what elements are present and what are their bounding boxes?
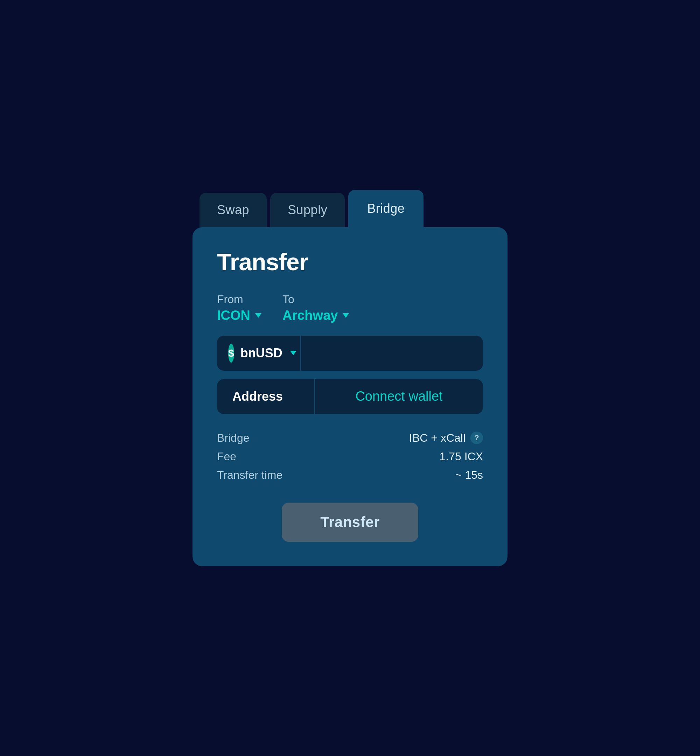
fee-value: 1.75 ICX [439, 450, 483, 463]
transfer-time-label: Transfer time [217, 469, 283, 482]
token-chevron-icon [290, 351, 297, 355]
amount-input[interactable] [301, 336, 483, 371]
bridge-value-text: IBC + xCall [409, 431, 466, 445]
transfer-time-row: Transfer time ~ 15s [217, 469, 483, 482]
from-to-row: From ICON To Archway [217, 293, 483, 323]
bridge-value: IBC + xCall ? [409, 431, 483, 445]
from-label: From [217, 293, 261, 306]
token-amount-row: $ bnUSD [217, 336, 483, 371]
transfer-time-value: ~ 15s [455, 469, 483, 482]
to-group: To Archway [283, 293, 349, 323]
connect-wallet-button[interactable]: Connect wallet [315, 379, 483, 414]
tab-supply[interactable]: Supply [270, 193, 345, 227]
main-card: Transfer From ICON To Archway $ [192, 227, 508, 566]
app-container: Swap Supply Bridge Transfer From ICON To… [192, 190, 508, 566]
page-title: Transfer [217, 248, 483, 275]
fee-label: Fee [217, 450, 236, 463]
bridge-info-row: Bridge IBC + xCall ? [217, 431, 483, 445]
to-chevron-icon [343, 313, 349, 318]
transfer-button[interactable]: Transfer [282, 503, 418, 542]
token-icon: $ [228, 344, 234, 362]
token-selector[interactable]: $ bnUSD [217, 336, 301, 371]
tab-swap[interactable]: Swap [200, 193, 267, 227]
address-row: Address Connect wallet [217, 379, 483, 414]
from-group: From ICON [217, 293, 261, 323]
tab-bridge[interactable]: Bridge [348, 190, 423, 227]
address-label: Address [217, 379, 315, 414]
to-label: To [283, 293, 349, 306]
tab-bar: Swap Supply Bridge [192, 190, 508, 227]
fee-info-row: Fee 1.75 ICX [217, 450, 483, 463]
from-value: ICON [217, 308, 250, 323]
from-chevron-icon [255, 313, 261, 318]
to-value: Archway [283, 308, 338, 323]
token-name: bnUSD [241, 346, 283, 361]
to-selector[interactable]: Archway [283, 308, 349, 323]
from-selector[interactable]: ICON [217, 308, 261, 323]
bridge-label: Bridge [217, 431, 250, 445]
bridge-help-icon[interactable]: ? [470, 431, 483, 444]
info-section: Bridge IBC + xCall ? Fee 1.75 ICX Transf… [217, 431, 483, 482]
